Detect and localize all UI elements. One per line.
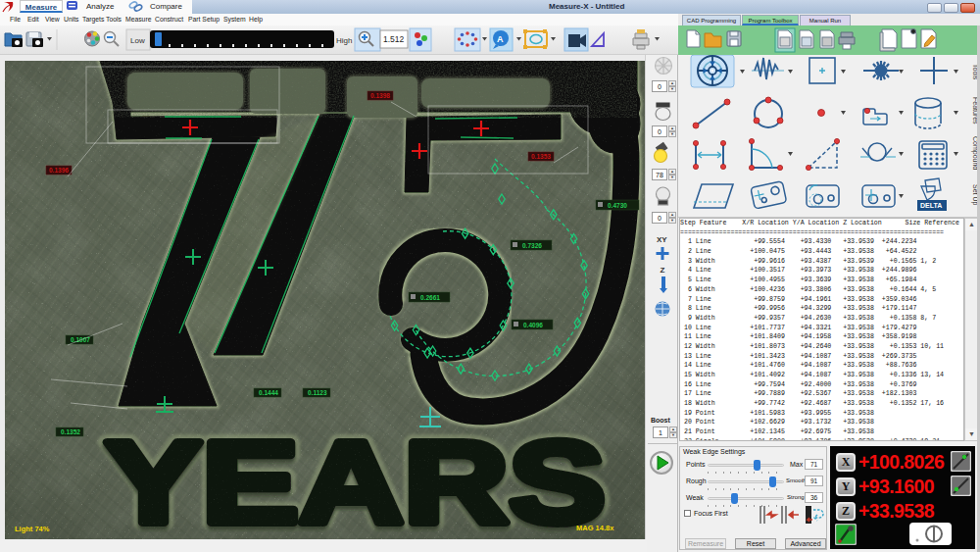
svg-text:0.1352: 0.1352 — [61, 428, 80, 435]
svg-text:A: A — [497, 34, 504, 44]
svg-text:0.1398: 0.1398 — [370, 92, 390, 99]
svg-text:0.7326: 0.7326 — [522, 242, 542, 249]
svg-text:0.4096: 0.4096 — [523, 322, 543, 328]
svg-text:MAG 14.8x: MAG 14.8x — [576, 524, 614, 532]
svg-text:Z: Z — [661, 266, 665, 275]
svg-text:0.1444: 0.1444 — [259, 389, 278, 396]
svg-text:0.1396: 0.1396 — [49, 167, 69, 174]
svg-text:Boost: Boost — [651, 417, 671, 424]
svg-text:0.4730: 0.4730 — [608, 202, 627, 209]
svg-text:0.1353: 0.1353 — [531, 153, 551, 160]
svg-text:0.2661: 0.2661 — [420, 294, 440, 301]
svg-text:XY: XY — [657, 235, 667, 244]
svg-text:1.512: 1.512 — [383, 34, 405, 44]
svg-text:0.1123: 0.1123 — [308, 389, 327, 396]
svg-text:Low: Low — [130, 36, 145, 45]
svg-text:DELTA: DELTA — [920, 202, 942, 209]
svg-text:Light 74%: Light 74% — [15, 525, 50, 533]
svg-text:High: High — [336, 36, 352, 45]
